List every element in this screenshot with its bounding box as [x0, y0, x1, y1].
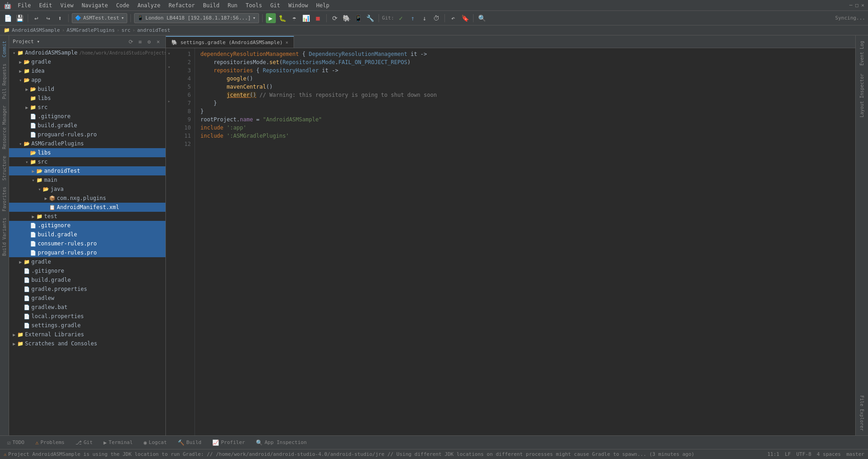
- git-tab[interactable]: ⎇ Git: [72, 437, 96, 449]
- app-inspection-tab[interactable]: 🔍 App Inspection: [252, 437, 310, 449]
- tree-item-app-folder[interactable]: ▾ 📂 app: [9, 75, 165, 85]
- tree-item-src-folder[interactable]: ▶ 📁 src: [9, 103, 165, 112]
- tree-item-scratches[interactable]: ▶ 📁 Scratches and Consoles: [9, 339, 165, 348]
- status-indent[interactable]: 4 spaces: [817, 451, 841, 457]
- stop-btn[interactable]: ■: [313, 13, 323, 23]
- debug-btn[interactable]: 🐛: [278, 13, 288, 23]
- close-panel-icon[interactable]: ×: [155, 38, 162, 45]
- tree-item-external-libs[interactable]: ▶ 📁 External Libraries: [9, 330, 165, 339]
- profiler-tab[interactable]: 📈 Profiler: [209, 437, 249, 449]
- sync-btn[interactable]: ⟳: [330, 13, 340, 23]
- tree-item-gitignore-file[interactable]: 📄 .gitignore: [9, 112, 165, 121]
- tree-item-test-folder[interactable]: ▶ 📁 test: [9, 212, 165, 221]
- tree-item-idea-folder[interactable]: ▶ 📁 idea: [9, 66, 165, 75]
- status-position[interactable]: 11:1: [767, 451, 779, 457]
- bookmark-btn[interactable]: 🔖: [460, 13, 470, 23]
- new-file-btn[interactable]: 📄: [3, 13, 13, 23]
- profile-btn[interactable]: 📊: [301, 13, 311, 23]
- history-btn[interactable]: ↶: [448, 13, 458, 23]
- logcat-tab[interactable]: ◉ Logcat: [140, 437, 170, 449]
- run-config-dropdown[interactable]: 📱 London LB4418 [192.168.1.187:56...] ▾: [134, 13, 259, 23]
- tree-item-main-folder[interactable]: ▾ 📁 main: [9, 175, 165, 185]
- tree-item-proguard-rules[interactable]: 📄 proguard-rules.pro: [9, 130, 165, 139]
- settings-icon[interactable]: ⚙: [145, 38, 153, 45]
- tree-item-gradlew-bat[interactable]: 📄 gradlew.bat: [9, 303, 165, 312]
- tree-item-build-gradle3[interactable]: 📄 build.gradle: [9, 275, 165, 284]
- breadcrumb-part-2[interactable]: src: [121, 27, 130, 33]
- tree-item-proguard-rules2[interactable]: 📄 proguard-rules.pro: [9, 248, 165, 257]
- menu-tools[interactable]: Tools: [242, 1, 266, 10]
- sidebar-favorites-tab[interactable]: Favorites: [1, 184, 8, 214]
- event-log-tab[interactable]: Event Log: [858, 37, 866, 69]
- tree-item-build-gradle2[interactable]: 📄 build.gradle: [9, 230, 165, 239]
- breadcrumb-part-3[interactable]: androidTest: [137, 27, 170, 33]
- problems-tab[interactable]: ⚠ Problems: [32, 437, 68, 449]
- status-lf[interactable]: LF: [785, 451, 791, 457]
- tree-item-gradlew[interactable]: 📄 gradlew: [9, 294, 165, 303]
- tree-item-android-test-folder[interactable]: ▶ 📂 androidTest: [9, 166, 165, 175]
- git-pull-btn[interactable]: ↓: [419, 13, 429, 23]
- coverage-btn[interactable]: ☂: [289, 13, 299, 23]
- sidebar-pull-requests-tab[interactable]: Pull Requests: [1, 61, 8, 102]
- tree-item-java-folder[interactable]: ▾ 📂 java: [9, 185, 165, 194]
- menu-code[interactable]: Code: [113, 1, 133, 10]
- menu-navigate[interactable]: Navigate: [78, 1, 112, 10]
- breadcrumb-part-1[interactable]: ASMGradlePlugins: [67, 27, 115, 33]
- menu-git[interactable]: Git: [267, 1, 284, 10]
- avd-btn[interactable]: 📱: [354, 13, 364, 23]
- status-encoding[interactable]: UTF-8: [796, 451, 811, 457]
- run-btn[interactable]: ▶: [266, 13, 276, 23]
- sidebar-resource-manager-tab[interactable]: Resource Manager: [1, 103, 8, 152]
- redo-btn[interactable]: ↪: [43, 13, 53, 23]
- gradle-btn[interactable]: 🐘: [342, 13, 352, 23]
- editor-tab-settings-gradle[interactable]: 🐘 settings.gradle (AndroidASMSample) ×: [166, 36, 294, 48]
- menu-refactor[interactable]: Refactor: [165, 1, 199, 10]
- menu-file[interactable]: File: [14, 1, 35, 10]
- layout-inspector-tab[interactable]: Layout Inspector: [858, 70, 866, 121]
- fold-1[interactable]: ▾: [166, 50, 172, 57]
- git-push-btn[interactable]: ↑: [408, 13, 418, 23]
- navigate-btn[interactable]: ⬆: [55, 13, 65, 23]
- sidebar-commit-tab[interactable]: Commit: [1, 38, 8, 60]
- menu-help[interactable]: Help: [313, 1, 333, 10]
- search-everywhere-btn[interactable]: 🔍: [477, 13, 487, 23]
- sidebar-structure-tab[interactable]: Structure: [1, 153, 8, 183]
- tree-item-gradle-properties[interactable]: 📄 gradle.properties: [9, 284, 165, 294]
- git-history-btn[interactable]: ⏱: [431, 13, 441, 23]
- menu-run[interactable]: Run: [224, 1, 241, 10]
- tree-item-consumer-rules[interactable]: 📄 consumer-rules.pro: [9, 239, 165, 248]
- menu-build[interactable]: Build: [200, 1, 223, 10]
- project-tree[interactable]: ▾ 📁 AndroidASMSample /home/work/AndroidS…: [9, 48, 165, 435]
- tree-item-gradle-folder2[interactable]: ▶ 📁 gradle: [9, 257, 165, 266]
- tree-item-src-folder2[interactable]: ▾ 📁 src: [9, 157, 165, 166]
- save-btn[interactable]: 💾: [15, 13, 25, 23]
- todo-tab[interactable]: ☑ TODO: [4, 437, 28, 449]
- tree-item-gitignore-file2[interactable]: 📄 .gitignore: [9, 221, 165, 230]
- file-explorer-tab[interactable]: File Explorer: [858, 393, 866, 434]
- breadcrumb-part-0[interactable]: AndroidASMSample: [12, 27, 60, 33]
- sync-files-icon[interactable]: ⟳: [127, 38, 135, 45]
- build-tab[interactable]: 🔨 Build: [174, 437, 205, 449]
- tree-item-build-gradle-app[interactable]: 📄 build.gradle: [9, 121, 165, 130]
- tree-item-gitignore-file3[interactable]: 📄 .gitignore: [9, 266, 165, 275]
- tree-item-android-manifest[interactable]: 📋 AndroidManifest.xml: [9, 203, 165, 212]
- sdk-btn[interactable]: 🔧: [365, 13, 375, 23]
- project-title[interactable]: Project ▾: [13, 39, 125, 45]
- tree-item-com-nxg-plugins[interactable]: ▶ 📦 com.nxg.plugins: [9, 194, 165, 203]
- menu-window[interactable]: Window: [284, 1, 311, 10]
- tree-item-local-properties[interactable]: 📄 local.properties: [9, 312, 165, 321]
- collapse-all-icon[interactable]: ≡: [136, 38, 144, 45]
- terminal-tab[interactable]: ▶ Terminal: [100, 437, 136, 449]
- git-check-btn[interactable]: ✓: [396, 13, 406, 23]
- project-config-dropdown[interactable]: 🔷 ASMTest.test ▾: [72, 13, 127, 23]
- fold-3[interactable]: ▾: [166, 64, 172, 70]
- menu-analyze[interactable]: Analyze: [134, 1, 164, 10]
- undo-btn[interactable]: ↩: [31, 13, 41, 23]
- tree-item-libs-folder[interactable]: 📁 libs: [9, 94, 165, 103]
- fold-8[interactable]: ▸: [166, 98, 172, 105]
- code-editor[interactable]: dependencyResolutionManagement { Depende…: [195, 48, 855, 435]
- tree-item-asm-gradle-plugins[interactable]: ▾ 📂 ASMGradlePlugins: [9, 139, 165, 148]
- tab-close-btn[interactable]: ×: [285, 40, 288, 45]
- tree-item-build-folder[interactable]: ▶ 📂 build: [9, 85, 165, 94]
- sidebar-build-variants-tab[interactable]: Build Variants: [1, 215, 8, 259]
